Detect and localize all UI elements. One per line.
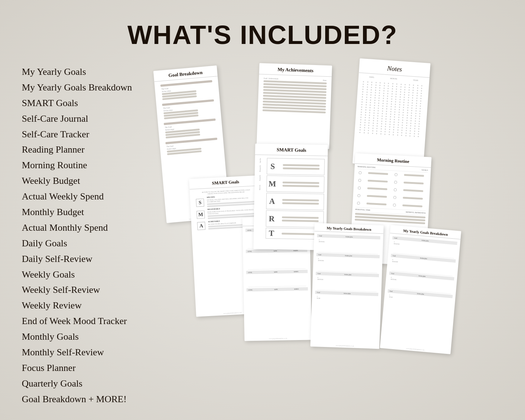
documents-area: Goal Breakdown The Goal Action steps: Th… [160, 61, 503, 388]
list-item: Reading Planner [22, 142, 160, 158]
col-date: Date: [323, 80, 327, 81]
list-item: Weekly Review [22, 298, 160, 314]
included-items: My Yearly GoalsMy Yearly Goals Breakdown… [22, 64, 160, 407]
card-achievements: My Achievements Goal / Achievement: Date… [257, 63, 332, 149]
list-item: End of Week Mood Tracker [22, 314, 160, 329]
list-item: Weekly Self-Review [22, 282, 160, 298]
card-title: SMART Goals [255, 144, 328, 156]
list-item: Self-Care Tracker [22, 127, 160, 142]
list-item: Weekly Budget [22, 173, 160, 189]
card-yearly-breakdown-2: My Yearly Goals Breakdown Goal Action pl… [380, 225, 461, 354]
website-url: www.getgoaledtemplates.co.uk [245, 336, 312, 341]
list-item: My Yearly Goals Breakdown [22, 80, 160, 96]
list-item: Monthly Self-Review [22, 345, 160, 360]
list-item: Goal Breakdown + MORE! [22, 392, 160, 407]
card-content: Goal / Achievement: Date: [257, 74, 332, 149]
list-item: SMART Goals [22, 96, 160, 111]
card-yearly-breakdown-1: My Yearly Goals Breakdown Goal Action pl… [310, 223, 384, 349]
page-title: WHAT'S INCLUDED? [128, 20, 398, 50]
card-content: Goal Action plan 3MONTHS Goal Action pla… [380, 233, 461, 350]
list-item: My Yearly Goals [22, 64, 160, 80]
list-item: Weekly Goals [22, 267, 160, 283]
list-item: Self-Care Journal [22, 111, 160, 127]
item-list: My Yearly GoalsMy Yearly Goals Breakdown… [22, 61, 160, 420]
list-item: Monthly Budget [22, 205, 160, 220]
list-item: Actual Weekly Spend [22, 189, 160, 205]
content-area: My Yearly GoalsMy Yearly Goals Breakdown… [0, 61, 525, 420]
list-item: Focus Planner [22, 360, 160, 376]
col-goal: Goal / Achievement: [264, 77, 279, 80]
list-item: Daily Goals [22, 236, 160, 251]
list-item: Monthly Goals [22, 329, 160, 345]
card-notes: Notes DATE: MONTH: YEAR: [352, 58, 431, 169]
card-content: Goal Action plan 3MONTHS Goal Action pla… [311, 231, 384, 345]
list-item: Actual Monthly Spend [22, 220, 160, 236]
list-item: Morning Routine [22, 158, 160, 173]
list-item: Daily Self-Review [22, 251, 160, 267]
list-item: Quarterly Goals [22, 376, 160, 392]
